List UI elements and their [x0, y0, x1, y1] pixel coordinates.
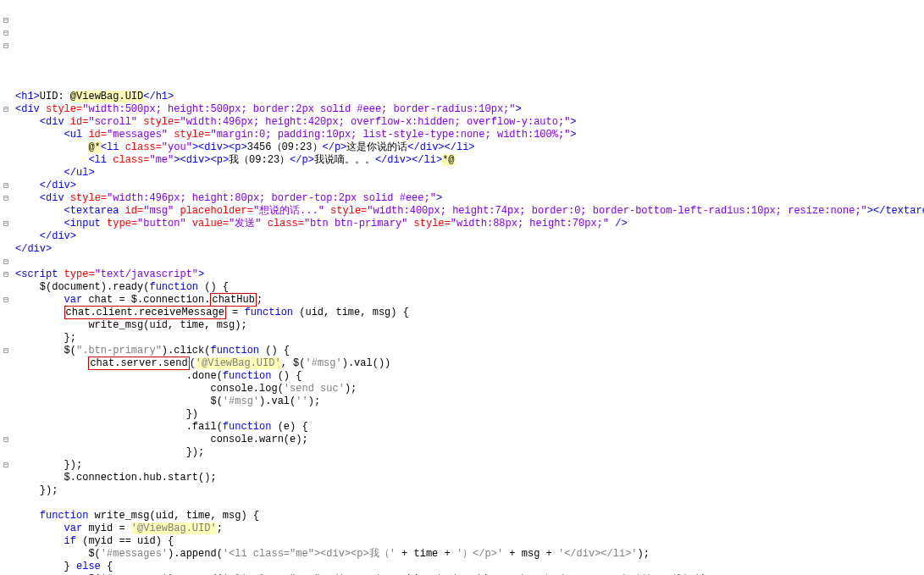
- fold-toggle-icon: [0, 129, 12, 141]
- code-line: @*<li class="you"><div><p>3456（09:23）</p…: [15, 141, 475, 153]
- fold-toggle-icon: [0, 484, 12, 497]
- fold-toggle-icon[interactable]: ⊟: [0, 103, 12, 116]
- code-line: $(".btn-primary").click(function () {: [15, 345, 290, 357]
- fold-toggle-icon: [0, 205, 12, 218]
- code-line: });: [15, 446, 204, 458]
- fold-toggle-icon: [0, 357, 12, 370]
- fold-toggle-icon: [0, 78, 12, 91]
- fold-toggle-icon: [0, 332, 12, 345]
- fold-toggle-icon: [0, 53, 12, 65]
- fold-toggle-icon: [0, 510, 12, 522]
- code-line: if (myid == uid) {: [15, 535, 174, 547]
- fold-toggle-icon[interactable]: ⊟: [0, 345, 12, 357]
- code-line: <div style="width:496px; height:80px; bo…: [15, 192, 442, 204]
- fold-toggle-icon: [0, 243, 12, 256]
- code-line: var chat = $.connection.chatHub;: [15, 294, 263, 306]
- code-line: .fail(function (e) {: [15, 421, 308, 433]
- fold-toggle-icon: [0, 522, 12, 535]
- code-line: <li class="me"><div><p>我（09:23）</p>我说嘀。。…: [15, 154, 455, 166]
- fold-toggle-icon: [0, 395, 12, 408]
- fold-toggle-icon: [0, 421, 12, 434]
- fold-toggle-icon[interactable]: ⊟: [0, 459, 12, 472]
- fold-toggle-icon[interactable]: ⊟: [0, 218, 12, 230]
- code-line: var myid = '@ViewBag.UID';: [15, 522, 223, 534]
- code-line: $('#messages').append('<li class="me"><d…: [15, 548, 650, 560]
- highlight-receive: chat.client.receiveMessage: [64, 306, 226, 319]
- fold-toggle-icon: [0, 281, 12, 294]
- fold-toggle-icon: [0, 2, 12, 14]
- code-line: <h1>UID: @ViewBag.UID</h1>: [15, 91, 174, 102]
- code-line: <ul id="messages" style="margin:0; paddi…: [15, 129, 577, 141]
- fold-toggle-icon: [0, 497, 12, 510]
- code-line: $('#msg').val('');: [15, 395, 320, 407]
- code-line: chat.client.receiveMessage = function (u…: [15, 307, 409, 318]
- fold-toggle-icon: [0, 408, 12, 421]
- fold-toggle-icon[interactable]: ⊟: [0, 40, 12, 53]
- fold-toggle-icon: [0, 446, 12, 459]
- code-line: </div>: [15, 180, 76, 191]
- fold-toggle-icon: [0, 141, 12, 154]
- fold-toggle-icon: [0, 370, 12, 383]
- code-line: write_msg(uid, time, msg);: [15, 319, 247, 331]
- code-line: </div>: [15, 230, 76, 242]
- fold-gutter[interactable]: ⊟⊟⊟⊟⊟⊟⊟⊟⊟⊟⊟⊟⊟: [0, 0, 12, 561]
- code-line: <script type="text/javascript">: [15, 268, 204, 280]
- code-line: };: [15, 332, 76, 344]
- fold-toggle-icon: [0, 548, 12, 561]
- code-line: </ul>: [15, 167, 95, 179]
- highlight-send: chat.server.send: [88, 357, 189, 370]
- fold-toggle-icon: [0, 167, 12, 180]
- fold-toggle-icon: [0, 65, 12, 78]
- fold-toggle-icon[interactable]: ⊟: [0, 192, 12, 205]
- code-line: }): [15, 408, 198, 420]
- fold-toggle-icon[interactable]: ⊟: [0, 294, 12, 307]
- fold-toggle-icon: [0, 319, 12, 332]
- fold-toggle-icon[interactable]: ⊟: [0, 434, 12, 446]
- code-line: console.log('send suc');: [15, 383, 357, 395]
- code-line: </div>: [15, 243, 52, 255]
- code-line: console.warn(e);: [15, 434, 308, 445]
- code-line: chat.server.send('@ViewBag.UID', $('#msg…: [15, 357, 390, 369]
- code-editor[interactable]: <h1>UID: @ViewBag.UID</h1> <div style="w…: [0, 76, 924, 575]
- fold-toggle-icon[interactable]: ⊟: [0, 180, 12, 192]
- fold-toggle-icon[interactable]: ⊟: [0, 256, 12, 268]
- code-line: });: [15, 459, 82, 471]
- fold-toggle-icon: [0, 383, 12, 395]
- fold-toggle-icon: [0, 116, 12, 129]
- code-line: <div style="width:500px; height:500px; b…: [15, 103, 522, 115]
- fold-toggle-icon: [0, 230, 12, 243]
- code-line: function write_msg(uid, time, msg) {: [15, 510, 259, 522]
- fold-toggle-icon[interactable]: ⊟: [0, 14, 12, 27]
- fold-toggle-icon: [0, 472, 12, 484]
- code-line: $.connection.hub.start();: [15, 472, 217, 484]
- code-line: });: [15, 484, 58, 496]
- fold-toggle-icon: [0, 307, 12, 319]
- fold-toggle-icon: [0, 91, 12, 103]
- code-line: .done(function () {: [15, 370, 302, 382]
- code-line: $(document).ready(function () {: [15, 281, 229, 293]
- code-line: <div id="scroll" style="width:496px; hei…: [15, 116, 577, 128]
- code-line: <input type="button" value="发送" class="b…: [15, 218, 628, 229]
- code-line: <textarea id="msg" placeholder="想说的话..."…: [15, 205, 924, 217]
- fold-toggle-icon: [0, 535, 12, 548]
- fold-toggle-icon[interactable]: ⊟: [0, 268, 12, 281]
- fold-toggle-icon[interactable]: ⊟: [0, 27, 12, 40]
- code-line: } else {: [15, 561, 113, 572]
- fold-toggle-icon: [0, 154, 12, 167]
- highlight-chathub: chatHub: [210, 293, 256, 307]
